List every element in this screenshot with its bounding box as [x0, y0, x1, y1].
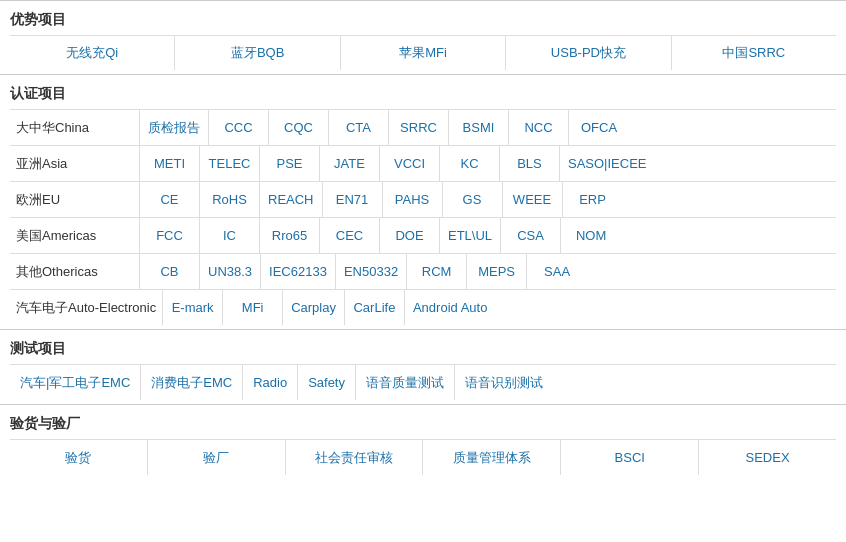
- cert-cell[interactable]: Carplay: [283, 290, 345, 325]
- inspect-cell[interactable]: 社会责任审核: [286, 440, 424, 475]
- test-title: 测试项目: [10, 336, 836, 364]
- cert-cell[interactable]: CCC: [209, 110, 269, 145]
- cert-cell[interactable]: FCC: [140, 218, 200, 253]
- cert-cell[interactable]: RCM: [407, 254, 467, 289]
- test-cell[interactable]: 汽车|军工电子EMC: [10, 365, 141, 400]
- cert-cell[interactable]: CTA: [329, 110, 389, 145]
- cert-cell[interactable]: BLS: [500, 146, 560, 181]
- cert-cell[interactable]: Rro65: [260, 218, 320, 253]
- cert-cell[interactable]: IC: [200, 218, 260, 253]
- cert-cell[interactable]: VCCI: [380, 146, 440, 181]
- certification-rows: 大中华China质检报告CCCCQCCTASRRCBSMINCCOFCA亚洲As…: [10, 109, 836, 325]
- cert-row-items: CERoHSREACHEN71PAHSGSWEEEERP: [140, 182, 836, 217]
- cert-cell[interactable]: NCC: [509, 110, 569, 145]
- cert-cell[interactable]: PSE: [260, 146, 320, 181]
- test-section: 测试项目 汽车|军工电子EMC消费电子EMCRadioSafety语音质量测试语…: [0, 329, 846, 404]
- cert-row: 亚洲AsiaMETITELECPSEJATEVCCIKCBLSSASO|IECE…: [10, 145, 836, 181]
- cert-row-items: METITELECPSEJATEVCCIKCBLSSASO|IECEE: [140, 146, 836, 181]
- inspect-cell[interactable]: 验货: [10, 440, 148, 475]
- cert-cell[interactable]: DOE: [380, 218, 440, 253]
- test-cell[interactable]: 消费电子EMC: [141, 365, 243, 400]
- cert-row-items: 质检报告CCCCQCCTASRRCBSMINCCOFCA: [140, 110, 836, 145]
- cert-row-items: E-markMFiCarplayCarLifeAndroid Auto: [163, 290, 836, 325]
- cert-cell[interactable]: RoHS: [200, 182, 260, 217]
- cert-cell[interactable]: PAHS: [383, 182, 443, 217]
- cert-row-label: 欧洲EU: [10, 182, 140, 217]
- cert-cell[interactable]: UN38.3: [200, 254, 261, 289]
- test-cell[interactable]: 语音识别测试: [455, 365, 553, 400]
- advantage-row: 无线充Qi蓝牙BQB苹果MFiUSB-PD快充中国SRRC: [10, 35, 836, 70]
- cert-cell[interactable]: EN50332: [336, 254, 407, 289]
- cert-cell[interactable]: JATE: [320, 146, 380, 181]
- certification-section: 认证项目 大中华China质检报告CCCCQCCTASRRCBSMINCCOFC…: [0, 74, 846, 329]
- cert-row-label: 美国Americas: [10, 218, 140, 253]
- cert-cell[interactable]: 质检报告: [140, 110, 209, 145]
- cert-cell[interactable]: ETL\UL: [440, 218, 501, 253]
- inspect-cell[interactable]: BSCI: [561, 440, 699, 475]
- inspect-cell[interactable]: SEDEX: [699, 440, 836, 475]
- cert-cell[interactable]: CSA: [501, 218, 561, 253]
- test-cell[interactable]: Radio: [243, 365, 298, 400]
- advantage-cell[interactable]: 中国SRRC: [672, 36, 836, 70]
- cert-cell[interactable]: KC: [440, 146, 500, 181]
- cert-row-label: 汽车电子Auto-Electronic: [10, 290, 163, 325]
- cert-cell[interactable]: MEPS: [467, 254, 527, 289]
- cert-cell[interactable]: SRRC: [389, 110, 449, 145]
- cert-cell[interactable]: CB: [140, 254, 200, 289]
- advantage-section: 优势项目 无线充Qi蓝牙BQB苹果MFiUSB-PD快充中国SRRC: [0, 0, 846, 74]
- advantage-cell[interactable]: 无线充Qi: [10, 36, 175, 70]
- cert-cell[interactable]: SAA: [527, 254, 587, 289]
- cert-row: 欧洲EUCERoHSREACHEN71PAHSGSWEEEERP: [10, 181, 836, 217]
- advantage-cell[interactable]: USB-PD快充: [506, 36, 671, 70]
- test-cell[interactable]: 语音质量测试: [356, 365, 455, 400]
- cert-row-label: 亚洲Asia: [10, 146, 140, 181]
- advantage-cell[interactable]: 蓝牙BQB: [175, 36, 340, 70]
- cert-cell[interactable]: ERP: [563, 182, 623, 217]
- inspect-cell[interactable]: 验厂: [148, 440, 286, 475]
- inspect-section: 验货与验厂 验货验厂社会责任审核质量管理体系BSCISEDEX: [0, 404, 846, 479]
- cert-row-label: 大中华China: [10, 110, 140, 145]
- cert-cell[interactable]: E-mark: [163, 290, 223, 325]
- cert-cell[interactable]: BSMI: [449, 110, 509, 145]
- advantage-title: 优势项目: [10, 7, 836, 35]
- cert-row: 美国AmericasFCCICRro65CECDOEETL\ULCSANOM: [10, 217, 836, 253]
- cert-cell[interactable]: NOM: [561, 218, 621, 253]
- cert-cell[interactable]: TELEC: [200, 146, 260, 181]
- certification-title: 认证项目: [10, 81, 836, 109]
- cert-row-items: FCCICRro65CECDOEETL\ULCSANOM: [140, 218, 836, 253]
- cert-cell[interactable]: WEEE: [503, 182, 563, 217]
- test-cell[interactable]: Safety: [298, 365, 356, 400]
- cert-cell[interactable]: SASO|IECEE: [560, 146, 655, 181]
- cert-cell[interactable]: CQC: [269, 110, 329, 145]
- advantage-cell[interactable]: 苹果MFi: [341, 36, 506, 70]
- inspect-title: 验货与验厂: [10, 411, 836, 439]
- cert-cell[interactable]: CarLife: [345, 290, 405, 325]
- cert-cell[interactable]: OFCA: [569, 110, 629, 145]
- cert-cell[interactable]: GS: [443, 182, 503, 217]
- cert-row-label: 其他Othericas: [10, 254, 140, 289]
- cert-cell[interactable]: CE: [140, 182, 200, 217]
- cert-row: 汽车电子Auto-ElectronicE-markMFiCarplayCarLi…: [10, 289, 836, 325]
- cert-row-items: CBUN38.3IEC62133EN50332RCMMEPSSAA: [140, 254, 836, 289]
- cert-cell[interactable]: REACH: [260, 182, 323, 217]
- cert-cell[interactable]: METI: [140, 146, 200, 181]
- cert-cell[interactable]: Android Auto: [405, 290, 495, 325]
- inspect-cell[interactable]: 质量管理体系: [423, 440, 561, 475]
- test-row: 汽车|军工电子EMC消费电子EMCRadioSafety语音质量测试语音识别测试: [10, 364, 836, 400]
- cert-cell[interactable]: EN71: [323, 182, 383, 217]
- inspect-row: 验货验厂社会责任审核质量管理体系BSCISEDEX: [10, 439, 836, 475]
- cert-row: 大中华China质检报告CCCCQCCTASRRCBSMINCCOFCA: [10, 109, 836, 145]
- cert-cell[interactable]: CEC: [320, 218, 380, 253]
- cert-cell[interactable]: IEC62133: [261, 254, 336, 289]
- cert-cell[interactable]: MFi: [223, 290, 283, 325]
- cert-row: 其他OthericasCBUN38.3IEC62133EN50332RCMMEP…: [10, 253, 836, 289]
